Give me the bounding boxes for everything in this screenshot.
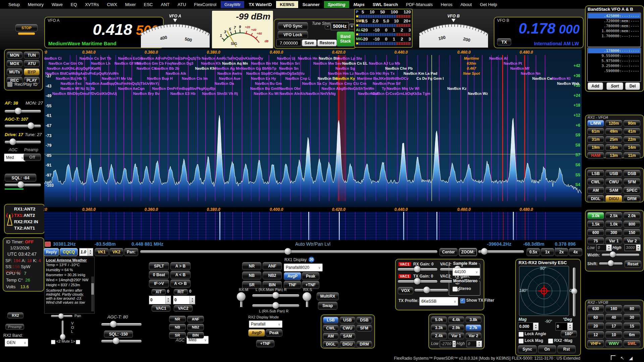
- deg-180-button[interactable]: 180°: [561, 330, 577, 337]
- dsp2-nb[interactable]: NB: [169, 324, 186, 330]
- rx2bands-630[interactable]: 630: [587, 305, 604, 312]
- shift-slider[interactable]: [599, 262, 623, 265]
- rx2filters-2-7k[interactable]: 2.7k: [466, 324, 481, 331]
- rx1filters-600[interactable]: 600: [587, 229, 604, 236]
- vfo-a-dial[interactable]: VFO A400500: [141, 13, 210, 48]
- rx1modes-digl[interactable]: DIGL: [587, 195, 604, 202]
- rx1bands-41m[interactable]: 41m: [624, 128, 640, 135]
- rx2filters-2-9k[interactable]: 2.9k: [448, 324, 464, 331]
- rx2filters-3-3k[interactable]: 3.3k: [431, 324, 447, 331]
- vfo-b-panel[interactable]: VFO B 0.178 000 TX International AM LW: [494, 17, 584, 48]
- rx1filters-1-5k[interactable]: 1.5k: [587, 221, 604, 228]
- zero-beat-button[interactable]: 0 Beat: [149, 271, 169, 279]
- rx2-squelch-button[interactable]: SQL: -150: [104, 330, 133, 338]
- xit-spinner[interactable]: 0▲▼: [149, 296, 171, 304]
- rx1modes-digu[interactable]: DIGU: [605, 195, 622, 202]
- menu-item-ke9ns[interactable]: KE9NS: [276, 1, 298, 8]
- multirx-button[interactable]: MultiRX: [317, 292, 339, 300]
- bandstack-entry[interactable]: .178000:---:----: [588, 48, 640, 53]
- rx2bands-17[interactable]: 17: [605, 322, 622, 330]
- rx2filters-var-1[interactable]: Var 1: [448, 333, 464, 339]
- rx1modes-usb[interactable]: USB: [605, 170, 622, 177]
- rx2filters-var-2[interactable]: Var 2: [466, 333, 481, 339]
- bandstack-entry[interactable]: 1.700000:---:----: [588, 34, 640, 39]
- rx-main-pan-slider[interactable]: [252, 294, 299, 297]
- bandstack-entry[interactable]: .780000:mem:----: [588, 23, 640, 28]
- menu-item-maps[interactable]: Maps: [350, 1, 368, 8]
- rx1-display-mode-select[interactable]: Panafall8020∨: [284, 263, 323, 272]
- rx2filters-3-8k[interactable]: 3.8k: [466, 316, 481, 323]
- vac1-button[interactable]: VAC1: [152, 305, 170, 312]
- rx2-filter-high-spinner[interactable]: 0▲▼: [467, 341, 482, 347]
- cqcq-button[interactable]: CQCQ: [60, 248, 78, 256]
- rx1filters-2-5k[interactable]: 2.5k: [605, 212, 622, 219]
- rx-sub-pan-slider[interactable]: [252, 304, 299, 307]
- agc-select[interactable]: Med∨: [4, 154, 25, 162]
- bandstack-entry[interactable]: .590000:---:----: [588, 68, 640, 73]
- a-to-b-button[interactable]: A > B: [170, 262, 191, 270]
- rx1bands-25m[interactable]: 25m: [605, 136, 622, 143]
- rx2-band-select[interactable]: GEN∨: [5, 339, 28, 347]
- mag-spinner[interactable]: 0.000▲▼: [518, 322, 539, 330]
- bandstack-list-a[interactable]: .425000:---:----.720000:mem:----.780000:…: [587, 13, 641, 47]
- rx1bands-120m[interactable]: 120m: [605, 120, 622, 127]
- dsp2-bin[interactable]: BIN: [187, 332, 204, 339]
- menu-item-get-help[interactable]: Get Help: [476, 1, 501, 8]
- diversity-on-button[interactable]: On: [538, 345, 556, 353]
- rx2modes-drm[interactable]: DRM: [357, 341, 372, 348]
- squelch-slider[interactable]: [5, 184, 41, 186]
- zoom-label-button[interactable]: ZOOM:: [459, 248, 477, 256]
- menu-item-ant[interactable]: ANT: [157, 1, 173, 8]
- shift-reset-button[interactable]: Reset: [625, 260, 641, 268]
- dsp1-anf[interactable]: ANF: [263, 262, 282, 270]
- vox-button[interactable]: VOX: [398, 287, 413, 294]
- dsp2-sr[interactable]: SR: [169, 332, 186, 339]
- resize-grip-icon[interactable]: ◢: [629, 355, 633, 361]
- rx1-filter-low-spinner[interactable]: 0▲▼: [596, 244, 612, 251]
- rx2-mag-checkbox[interactable]: [548, 339, 553, 344]
- menu-item-pdf-manuals[interactable]: PDF-Manuals: [402, 1, 436, 8]
- leftbtns-mox[interactable]: MOX: [7, 60, 22, 67]
- menu-item-eq[interactable]: EQ: [67, 1, 81, 8]
- rx-m-knob[interactable]: [237, 292, 246, 301]
- rx2modes-lsb[interactable]: LSB: [323, 317, 338, 323]
- avgp-button[interactable]: AvgP: [284, 272, 301, 280]
- vfo-b-tx-button[interactable]: TX: [497, 38, 511, 46]
- rx2-button[interactable]: RX2: [7, 312, 23, 318]
- pan-slider[interactable]: [140, 250, 437, 253]
- rx1modes-am[interactable]: AM: [587, 187, 604, 194]
- rx2modes-am[interactable]: AM: [323, 333, 338, 340]
- lock-mag-checkbox[interactable]: [519, 339, 524, 344]
- menu-item-flexcontrol[interactable]: FlexControl: [191, 1, 220, 8]
- menu-item-scanner[interactable]: Scanner: [299, 1, 323, 8]
- bandstack-entry[interactable]: .425000:---:----: [588, 13, 640, 18]
- rx1bands-22m[interactable]: 22m: [624, 136, 640, 143]
- vac1-rx-gain-slider[interactable]: [398, 268, 437, 271]
- rx1-filter-high-spinner[interactable]: 3000▲▼: [625, 244, 641, 251]
- dsp2-nb2[interactable]: NB2: [187, 324, 204, 330]
- rx2bands-80[interactable]: 80: [624, 305, 640, 312]
- vfo-b-dial[interactable]: VFO B100200: [419, 13, 488, 48]
- stereo-checkbox[interactable]: [452, 287, 458, 292]
- center-button[interactable]: Center: [439, 248, 458, 256]
- tx-profile-select[interactable]: 6KeSSB∨: [419, 297, 458, 306]
- swap-button[interactable]: Swap: [318, 302, 337, 310]
- rx1filters-1-0k[interactable]: 1.0k: [605, 221, 622, 228]
- rit-spinner[interactable]: 0▲▼: [173, 296, 195, 304]
- rx2modes-usb[interactable]: USB: [340, 317, 355, 323]
- diversity-rst-button[interactable]: Rst: [557, 345, 576, 353]
- rx1bands-l-mw[interactable]: L/MW: [587, 120, 604, 127]
- preamp-button[interactable]: Off: [23, 154, 41, 161]
- deg-spinner[interactable]: 0▲▼: [555, 322, 573, 330]
- rx2-peak-button[interactable]: Peak: [266, 329, 282, 337]
- rx2bands-swl[interactable]: SWL: [624, 340, 640, 347]
- bandstack-sort-button[interactable]: Sort: [606, 82, 623, 90]
- rx2-mute-left-checkbox[interactable]: [51, 340, 55, 344]
- restore-button[interactable]: Restore: [317, 40, 337, 46]
- restore-window-icon[interactable]: ↖: [620, 355, 624, 361]
- leftbtns-byp[interactable]: BYP: [24, 68, 40, 75]
- vfo-lock-button[interactable]: VFO Lock: [278, 31, 308, 39]
- rx1modes-dsb[interactable]: DSB: [624, 170, 640, 177]
- vfo-sync-button[interactable]: VFO Sync: [278, 22, 308, 30]
- dsp1-nr[interactable]: NR: [242, 262, 261, 270]
